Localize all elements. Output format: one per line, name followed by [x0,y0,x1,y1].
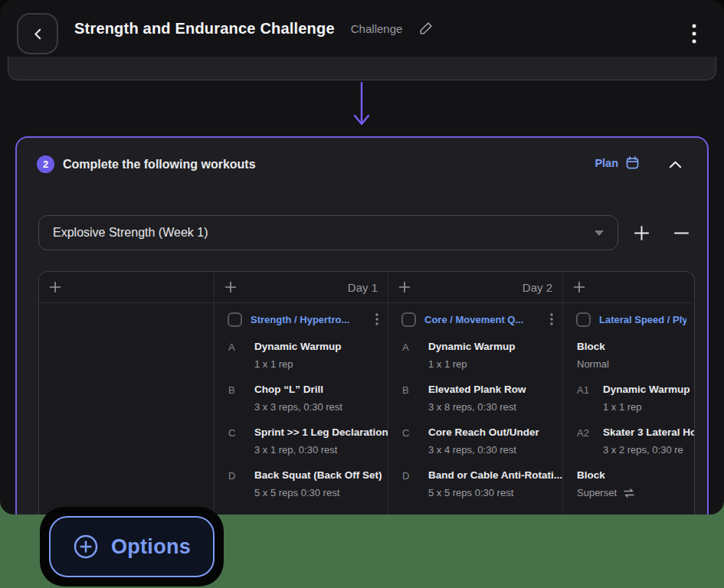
exercise-detail: 3 x 3 reps, 0:30 rest [254,401,342,413]
exercise-row[interactable]: A Dynamic Warmup1 x 1 rep [228,341,388,370]
exercise-detail: 1 x 1 rep [428,358,516,370]
workout-card-header[interactable]: Core / Movement Q... [388,303,562,335]
superset-loop-icon [623,488,635,498]
workout-card-header[interactable]: Strength / Hypertro... [215,303,388,335]
flow-down-arrow-icon [352,82,372,126]
exercise-tag: B [228,384,254,413]
page-title: Strength and Endurance Challenge [74,20,335,38]
exercise-row[interactable]: D Back Squat (Back Off Set)5 x 5 reps 0:… [228,469,388,498]
step-number-badge: 2 [37,155,54,173]
exercise-tag: A [402,341,428,370]
board-header-cell [39,272,215,302]
exercise-list: A Dynamic Warmup1 x 1 rep B Chop “L” Dri… [215,335,388,498]
workout-checkbox[interactable] [576,312,591,327]
exercise-tag: D [402,469,428,498]
block-row[interactable]: Block Superset [577,469,694,498]
workout-checkbox[interactable] [401,312,416,327]
header-title-row: Strength and Endurance Challenge Challen… [74,0,434,57]
workout-menu-kebab-icon[interactable] [374,312,380,327]
add-workout-plus-icon[interactable] [398,281,411,293]
exercise-name: Core Reach Out/Under [428,426,539,438]
board-header-cell: Day 1 [215,272,388,302]
exercise-row[interactable]: A1 Dynamic Warmup1 x 1 rep [577,384,694,413]
exercise-name: Sprint >> 1 Leg Declarations [254,426,388,438]
exercise-row[interactable]: C Sprint >> 1 Leg Declarations3 x 1 rep,… [228,426,388,456]
add-workout-plus-icon[interactable] [573,281,585,293]
board-body: Strength / Hypertro... A Dynamic Warmup1… [39,303,694,514]
exercise-row[interactable]: B Chop “L” Drill3 x 3 reps, 0:30 rest [228,384,388,413]
exercise-detail: 1 x 1 rep [603,401,690,413]
add-week-button[interactable] [627,219,655,247]
exercise-detail: 3 x 8 reps, 0:30 rest [428,401,526,413]
board-header-cell: Day 2 [388,272,563,302]
day-label: Day 2 [523,281,552,294]
exercise-detail: 3 x 1 rep, 0:30 rest [254,444,388,456]
edit-pencil-icon[interactable] [418,21,434,36]
day-label: Day 1 [348,281,378,294]
dropdown-caret-icon [595,230,604,236]
exercise-row[interactable]: B Elevated Plank Row3 x 8 reps, 0:30 res… [402,384,562,413]
exercise-detail: 1 x 1 rep [254,358,342,370]
exercise-list: A Dynamic Warmup1 x 1 rep B Elevated Pla… [388,335,562,498]
exercise-detail: 3 x 2 reps, 0:30 re [603,444,694,456]
workout-title: Strength / Hypertro... [251,314,365,325]
header-menu-kebab-icon[interactable] [686,20,703,47]
exercise-name: Dynamic Warmup [428,341,516,352]
block-name: Block [577,341,609,352]
board-header-row: Day 1 Day 2 [39,272,694,303]
exercise-tag: C [228,426,254,456]
program-type-label: Challenge [351,22,403,35]
chevron-left-icon [31,28,44,41]
plan-link[interactable]: Plan [595,155,640,170]
exercise-detail: 3 x 4 reps, 0:30 rest [428,444,539,456]
exercise-name: Dynamic Warmup [254,341,342,352]
exercise-detail: 5 x 5 reps 0:30 rest [254,487,382,498]
exercise-row[interactable]: D Band or Cable Anti-Rotati...5 x 5 reps… [402,469,562,498]
step-title: Complete the following workouts [63,158,256,172]
add-workout-plus-icon[interactable] [224,281,237,293]
board-column-day-2: Core / Movement Q... A Dynamic Warmup1 x… [388,303,563,514]
workout-title: Core / Movement Q... [424,314,540,325]
exercise-name: Band or Cable Anti-Rotati... [428,469,562,481]
exercise-tag: D [228,469,254,498]
options-button[interactable]: Options [49,516,215,577]
calendar-icon [625,155,640,170]
exercise-detail: 5 x 5 reps 0:30 rest [428,487,562,498]
exercise-row[interactable]: A Dynamic Warmup1 x 1 rep [402,341,562,370]
exercise-list: BlockNormal A1 Dynamic Warmup1 x 1 rep A… [563,335,694,498]
exercise-row[interactable]: C Core Reach Out/Under3 x 4 reps, 0:30 r… [402,426,562,456]
previous-step-card-partial[interactable] [8,57,716,80]
app-window: Strength and Endurance Challenge Challen… [0,0,724,514]
exercise-row[interactable]: A2 Skater 3 Lateral Ho3 x 2 reps, 0:30 r… [577,426,694,456]
board-column-empty [39,303,215,514]
collapse-chevron-up-icon[interactable] [669,161,682,168]
options-button-label: Options [111,535,191,559]
exercise-tag: A1 [577,384,603,413]
exercise-name: Skater 3 Lateral Ho [603,426,694,438]
exercise-name: Elevated Plank Row [428,384,526,395]
week-select-value: Explosive Strength (Week 1) [53,226,208,240]
exercise-name: Back Squat (Back Off Set) [254,469,382,481]
block-mode: Normal [577,358,609,370]
block-mode: Superset [577,487,617,498]
board-column-day-1: Strength / Hypertro... A Dynamic Warmup1… [215,303,388,514]
exercise-tag: A [228,341,254,370]
workout-checkbox[interactable] [228,312,242,327]
week-select-dropdown[interactable]: Explosive Strength (Week 1) [38,215,618,250]
workouts-board: Day 1 Day 2 Strength / [38,271,695,514]
step-2-panel: 2 Complete the following workouts Plan E… [15,136,709,514]
board-column-day-3: Lateral Speed / Ply BlockNormal A1 Dynam… [563,303,694,514]
back-button[interactable] [17,13,58,54]
remove-week-button[interactable] [667,219,695,247]
options-button-highlight-ring: Options [40,507,224,586]
workout-card-header[interactable]: Lateral Speed / Ply [563,303,694,335]
block-row[interactable]: BlockNormal [577,341,694,370]
block-name: Block [577,469,635,481]
exercise-name: Dynamic Warmup [603,384,690,395]
workout-menu-kebab-icon[interactable] [549,312,555,327]
exercise-tag: C [402,426,428,456]
board-header-cell [563,272,694,302]
add-workout-plus-icon[interactable] [49,281,61,293]
exercise-tag: B [402,384,428,413]
workout-title: Lateral Speed / Ply [599,314,686,325]
